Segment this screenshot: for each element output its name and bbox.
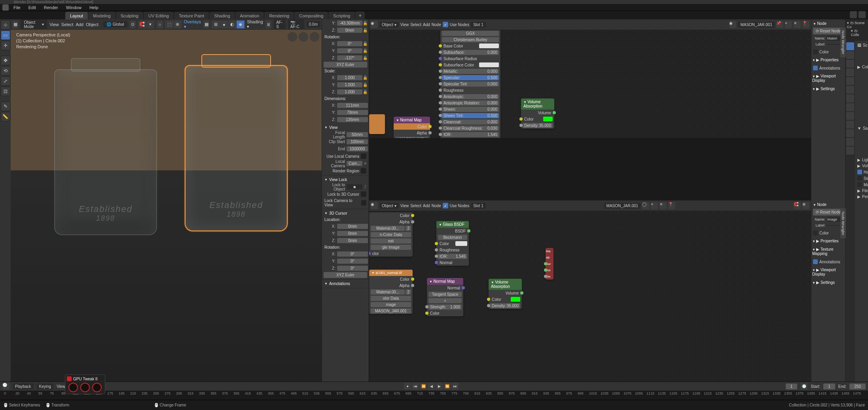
view-section[interactable]: View	[322, 124, 369, 131]
gpu-tweak-overlay[interactable]: GPU Tweak II	[65, 374, 105, 394]
menu-file[interactable]: File	[10, 4, 24, 11]
material-name-field[interactable]: MASON_JAR.001	[738, 22, 775, 28]
output-tab-icon[interactable]	[846, 51, 854, 59]
annotate-icon[interactable]: ✎	[1, 102, 10, 111]
vp-menu-view[interactable]: View	[49, 22, 59, 27]
view-lock-section[interactable]: View Lock	[322, 176, 369, 183]
shading-dropdown[interactable]: Shading ▾	[247, 19, 263, 29]
ne-menu-select[interactable]: Select	[410, 204, 421, 208]
keyframe-prev-icon[interactable]: ⏪	[420, 383, 427, 390]
new-icon[interactable]: +	[651, 202, 658, 209]
cursor-setter-icon[interactable]: ⊹	[1, 20, 10, 30]
unlink-icon[interactable]: ✕	[660, 202, 667, 209]
pause-render-icon[interactable]: ⏸	[265, 21, 271, 28]
mason-jar-object-2-selected[interactable]: Established1898	[185, 65, 288, 231]
outliner[interactable]: ▾ 🗀 Scene Co ▾ 🗀 Colle	[845, 19, 868, 41]
new-mat-icon[interactable]: +	[785, 21, 792, 28]
cursor-icon[interactable]: ✛	[1, 41, 10, 50]
glass-bsdf-node[interactable]: Glass BSDF BSDF Beckmann Color Roughness…	[436, 221, 469, 266]
image-tex-edge-node[interactable]	[369, 114, 385, 134]
focal-field[interactable]: 50mm	[347, 132, 368, 137]
normal-map-node-2[interactable]: Normal Map Normal Tangent Space ▪ Streng…	[427, 278, 463, 316]
local-camera-field[interactable]: Cam...	[347, 161, 362, 166]
shader-editor-lower[interactable]: ◉ Object ▾ View Select Add Node ✓ Use No…	[369, 200, 811, 382]
loc-y-field[interactable]: -43.308mm	[337, 21, 362, 26]
menu-help[interactable]: Help	[86, 4, 102, 11]
vp-menu-object[interactable]: Object	[86, 22, 99, 27]
end-frame-field[interactable]: 250	[849, 384, 866, 389]
use-local-camera-checkbox[interactable]	[361, 153, 366, 159]
jump-end-icon[interactable]: ⏭	[451, 383, 459, 390]
editor-type-icon[interactable]: ▦	[12, 21, 18, 28]
clip-end-field[interactable]: 1000000	[347, 146, 368, 151]
ss-color-swatch[interactable]	[479, 62, 499, 67]
overlays-label[interactable]: Overlays ▾	[184, 19, 201, 29]
mason-jar-object-1[interactable]: Established1898	[54, 69, 157, 235]
slot-dropdown[interactable]: Slot 1	[471, 22, 486, 28]
tab-rendering[interactable]: Rendering	[264, 12, 294, 19]
loc-z-field[interactable]: 0mm	[337, 28, 362, 33]
texture-mapping-head[interactable]: ▶ Texture Mapping	[811, 246, 845, 257]
modifier-tab-icon[interactable]	[846, 94, 854, 102]
volume-absorption-node-2[interactable]: Volume Absorption Volume Color Density:3…	[489, 279, 522, 309]
pan-gizmo-icon[interactable]	[299, 32, 308, 42]
use-nodes-checkbox[interactable]: ✓	[443, 22, 448, 27]
color-checkbox[interactable]	[813, 49, 818, 54]
tab-shading[interactable]: Shading	[209, 12, 235, 19]
pivot-icon[interactable]: ⊙	[130, 21, 136, 28]
eyedropper-icon[interactable]: /	[362, 185, 368, 189]
tab-sculpting[interactable]: Sculpting	[116, 12, 143, 19]
motion-blur-section[interactable]: Mot	[856, 181, 868, 188]
color-management-section[interactable]: ▶ Color M	[856, 64, 868, 70]
cursor-ry[interactable]: 0°	[337, 259, 368, 264]
viewlayer-tab-icon[interactable]	[846, 60, 854, 68]
cursor-section[interactable]: 3D Cursor	[322, 210, 369, 217]
ne-menu-add[interactable]: Add	[423, 23, 430, 27]
gizmo-toggle[interactable]: ⬚	[165, 21, 173, 28]
volume-absorption-node-1[interactable]: Volume Absorption Volume Color Density:3…	[521, 98, 554, 128]
view-layer-dropdown[interactable]	[859, 11, 866, 18]
mode-dropdown[interactable]: Object Mode ▾	[21, 19, 47, 30]
menu-edit[interactable]: Edit	[25, 4, 39, 11]
vp-menu-add[interactable]: Add	[76, 22, 83, 27]
ne-menu-node[interactable]: Node	[432, 23, 441, 27]
auto-key-icon[interactable]: ●	[404, 383, 411, 390]
world-tab-icon[interactable]	[846, 77, 854, 85]
tab-texture-paint[interactable]: Texture Paint	[174, 12, 209, 19]
material-output-node[interactable]: Ma All Sur Vol Dis	[546, 248, 553, 280]
measure-icon[interactable]: 📏	[1, 112, 10, 121]
tab-add[interactable]: +	[355, 11, 365, 19]
use-nodes-checkbox[interactable]: ✓	[443, 203, 448, 208]
properties-head[interactable]: ▶ Properties	[811, 57, 845, 63]
unlink-icon[interactable]: ✕	[794, 21, 801, 28]
performance-section[interactable]: ▶ Perfor	[856, 194, 868, 200]
viewport-canvas[interactable]: Camera Perspective (Local) (1) Collectio…	[11, 30, 322, 382]
tab-layout[interactable]: Layout	[65, 12, 88, 19]
tab-uv-editing[interactable]: UV Editing	[144, 12, 174, 19]
tab-compositing[interactable]: Compositing	[294, 12, 328, 19]
node-wrangler-tab[interactable]: Node Wrangler	[840, 27, 846, 57]
material-browse-icon[interactable]: ◉	[729, 21, 736, 28]
scale-y-field[interactable]: 1.000	[337, 82, 362, 87]
particle-tab-icon[interactable]	[846, 103, 854, 111]
specular-field[interactable]: Specular:0.500	[442, 75, 499, 80]
af-c-button[interactable]: 📷 AF-C	[288, 19, 304, 30]
tab-animation[interactable]: Animation	[235, 12, 264, 19]
hair-section[interactable]: Hai	[856, 169, 868, 175]
normal-map-node-1[interactable]: Normal Map Color Alpha MASON_JAR Normal …	[394, 117, 430, 138]
pin-icon[interactable]: 📍	[668, 202, 675, 209]
ne-menu-add[interactable]: Add	[423, 204, 430, 208]
cursor-rx[interactable]: 0°	[337, 251, 368, 257]
dim-z-field[interactable]: 135mm	[337, 117, 368, 122]
shader-editor-upper[interactable]: ◉ Object ▾ View Select Add Node ✓ Use No…	[369, 19, 811, 138]
image-texture-node-1[interactable]: Color Alpha Material.00...2 n-Color Data…	[369, 212, 413, 257]
solid-mode[interactable]: ●	[220, 21, 228, 28]
node-panel-head[interactable]: Node	[811, 201, 845, 208]
lock-icon[interactable]: 🔓	[362, 21, 368, 25]
shader-type-dropdown[interactable]: Object ▾	[379, 22, 399, 28]
timeline-ruler[interactable]: 0204055759511513515517519521523525527529…	[0, 391, 868, 400]
lock-object-field[interactable]: ■	[347, 184, 362, 189]
scene-dropdown[interactable]	[850, 11, 857, 18]
subsurface-field[interactable]: Subsurface:0.000	[442, 50, 499, 55]
annotations-checkbox[interactable]	[813, 66, 818, 70]
